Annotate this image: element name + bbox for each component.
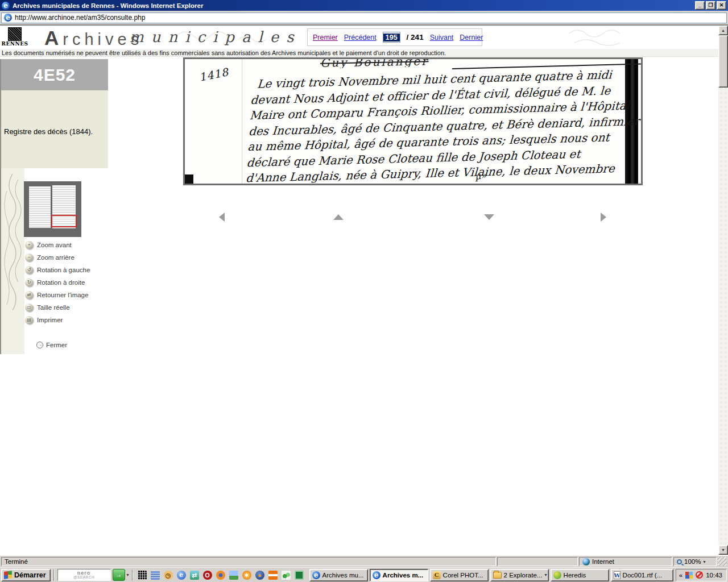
nav-next-link[interactable]: Suivant [430, 34, 454, 41]
page-icon: e [4, 14, 12, 22]
photo-icon[interactable] [229, 571, 238, 580]
zoom-level-panel[interactable]: 100% ▾ [673, 557, 717, 566]
status-text: Terminé [5, 558, 28, 565]
site-header: RENNES Archives municipales Premier Préc… [0, 26, 718, 49]
task-label: Corel PHOT... [443, 572, 483, 579]
vnc-icon[interactable] [295, 571, 304, 580]
globe-icon [582, 558, 590, 566]
tray-clock[interactable]: 10:43 [706, 572, 722, 579]
blocked-status-tray-icon[interactable] [696, 571, 703, 579]
taskbar-separator [132, 569, 133, 581]
scan-struck-header: Guy Boulanger [320, 57, 429, 69]
ie-icon: e [312, 571, 320, 579]
scroll-up-arrow[interactable]: ▲ [718, 26, 728, 35]
task-buttons: e Archives mu... e Archives m... C Corel… [309, 569, 673, 581]
minimize-button[interactable]: _ [695, 1, 705, 10]
notes-icon[interactable] [151, 571, 160, 580]
heredis-icon [553, 571, 561, 579]
browser-window: e Archives municipales de Rennes - Windo… [0, 0, 728, 582]
scan-act-number: 1418 [198, 65, 230, 84]
close-viewer-icon: → [36, 342, 43, 348]
task-heredis[interactable]: Heredis [551, 569, 609, 581]
task-explorer-group[interactable]: 2 Explorate... ▾ [490, 569, 549, 581]
rotate-left-button[interactable]: ↺ Rotation à gauche [25, 264, 90, 276]
group-dropdown-arrow: ▾ [544, 572, 547, 577]
zoom-in-button[interactable]: + Zoom avant [25, 239, 90, 251]
print-button[interactable]: ▤ Imprimer [25, 314, 90, 326]
window-title: Archives municipales de Rennes - Windows… [13, 2, 694, 9]
pan-left-arrow[interactable] [219, 213, 225, 222]
start-button[interactable]: Démarrer [1, 569, 51, 581]
vertical-scrollbar[interactable]: ▲ ▼ [718, 26, 728, 555]
corel-icon: C [433, 571, 441, 579]
task-corel[interactable]: C Corel PHOT... [430, 569, 489, 581]
site-subtitle: municipales [130, 28, 301, 45]
archive-reference: 4E52 [1, 59, 108, 90]
task-label: Doc001.rtf (... [623, 572, 663, 579]
pan-right-arrow[interactable] [601, 213, 606, 222]
nav-first-link[interactable]: Premier [313, 34, 338, 41]
kodak-icon[interactable] [268, 571, 278, 580]
tool-label: Imprimer [37, 317, 63, 323]
close-button[interactable]: ✕ [717, 1, 726, 10]
restore-button[interactable]: ❐ [706, 1, 715, 10]
media-player-icon[interactable]: ● [255, 571, 264, 580]
close-viewer-button[interactable]: → Fermer [36, 342, 67, 348]
sync-icon[interactable]: ⇄ [190, 571, 199, 580]
task-doc001[interactable]: W Doc001.rtf (... [611, 569, 673, 581]
zoom-dropdown-arrow[interactable]: ▾ [703, 559, 705, 564]
task-archives-1[interactable]: e Archives mu... [309, 569, 368, 581]
grid-icon[interactable] [138, 571, 147, 580]
thumbnail-navigator[interactable] [24, 181, 81, 237]
tool-label: Retourner l'image [37, 292, 88, 298]
internet-explorer-icon[interactable]: e [177, 571, 186, 580]
nav-previous-link[interactable]: Précédent [344, 34, 377, 41]
flip-image-icon: ⇄ [25, 291, 33, 299]
flip-image-button[interactable]: ⇄ Retourner l'image [25, 289, 90, 301]
page-content: RENNES Archives municipales Premier Préc… [0, 25, 728, 555]
messenger-icon[interactable] [282, 571, 291, 580]
opera-icon[interactable]: O [203, 571, 212, 580]
internet-explorer-icon: e [2, 2, 10, 10]
document-scan-viewer[interactable]: Guy Boulanger 1418 Le vingt trois Novemb… [183, 57, 643, 185]
taskbar-separator [53, 569, 55, 581]
scan-handwritten-text: Le vingt trois Novembre mil huit cent qu… [245, 66, 643, 185]
page-number-input[interactable]: 195 [383, 32, 400, 43]
task-archives-2-active[interactable]: e Archives m... [370, 569, 428, 581]
pan-down-arrow[interactable] [484, 214, 494, 220]
taskbar: Démarrer nero @SEARCH → ▾ ◷ e ⇄ O ✶ ● [0, 567, 728, 582]
tool-label: Rotation à gauche [37, 267, 90, 273]
search-go-button[interactable]: → [113, 569, 125, 581]
quick-launch: ◷ e ⇄ O ✶ ● [138, 571, 304, 580]
tool-label: Zoom avant [37, 242, 72, 248]
scroll-down-arrow[interactable]: ▼ [718, 545, 728, 555]
rotate-right-button[interactable]: ↻ Rotation à droite [25, 276, 90, 289]
address-input[interactable]: e http://www.archinoe.net/am35/consulte.… [1, 13, 727, 23]
search-dropdown-arrow[interactable]: ▾ [127, 572, 129, 577]
folder-icon [493, 572, 502, 579]
actual-size-button[interactable]: ▭ Taille réelle [25, 301, 90, 314]
nero-search-input[interactable]: nero @SEARCH [57, 569, 111, 581]
spark-icon[interactable]: ✶ [242, 571, 251, 580]
actual-size-icon: ▭ [25, 304, 33, 311]
rotate-left-icon: ↺ [25, 266, 33, 274]
site-title: Archives [44, 27, 143, 49]
security-zone-panel: Internet [579, 557, 672, 566]
scrollbar-thumb[interactable] [718, 35, 728, 88]
thumbnail-selection-rectangle[interactable] [51, 215, 77, 227]
windows-update-tray-icon[interactable] [685, 572, 693, 579]
task-label: Archives mu... [322, 572, 364, 579]
resize-grip[interactable] [718, 557, 727, 566]
pan-up-arrow[interactable] [333, 214, 344, 220]
rennes-logo-icon [8, 27, 22, 41]
clock-icon[interactable]: ◷ [164, 571, 173, 580]
zoom-out-button[interactable]: − Zoom arrière [25, 251, 90, 264]
tray-expand-chevrons[interactable]: « [679, 572, 682, 579]
magnifier-icon [677, 559, 682, 564]
rennes-logo-text: RENNES [1, 41, 28, 47]
task-label: Archives m... [383, 572, 424, 579]
firefox-icon[interactable] [216, 571, 225, 580]
page-total: / 241 [407, 33, 424, 41]
nav-last-link[interactable]: Dernier [460, 34, 483, 41]
status-empty-panel [497, 557, 578, 566]
